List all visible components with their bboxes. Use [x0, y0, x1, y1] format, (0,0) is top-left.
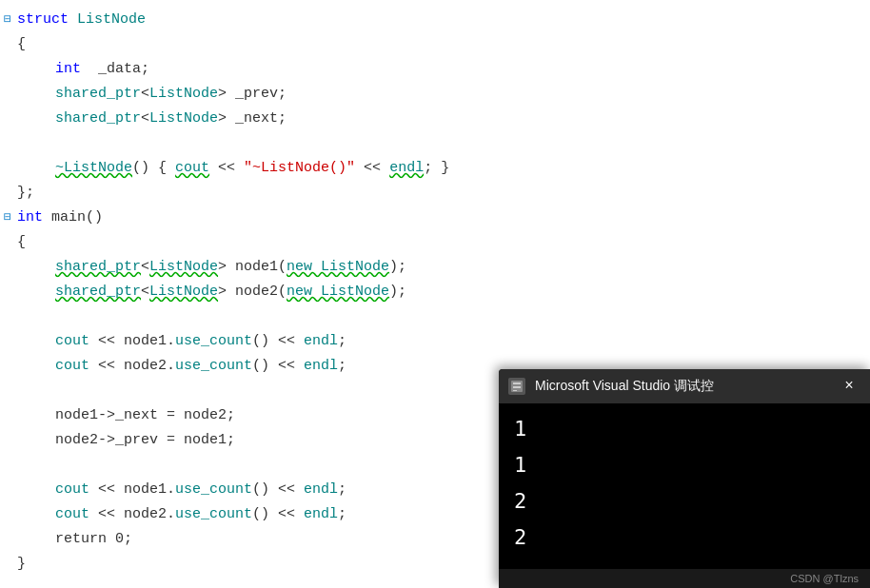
fold-gutter[interactable]: ⊟ [0, 8, 17, 32]
fold-gutter[interactable]: ⊟ [0, 206, 17, 230]
token: return 0; [55, 531, 132, 547]
token: ; [338, 481, 346, 498]
token: ; [338, 506, 346, 522]
token: ListNode [149, 110, 218, 127]
token: int [55, 61, 81, 77]
token: use_count [175, 481, 252, 498]
debug-footer: CSDN @Tlzns [499, 569, 870, 588]
debug-titlebar: Microsoft Visual Studio 调试控 × [499, 369, 870, 403]
output-line-2: 1 [514, 447, 855, 483]
svg-rect-1 [513, 382, 521, 384]
token: ); [389, 259, 406, 275]
code-line: { [0, 230, 870, 255]
token: cout [55, 506, 89, 522]
token: endl [304, 333, 338, 349]
line-content: shared_ptr<ListNode> node1(new ListNode)… [17, 255, 870, 280]
token: < [141, 259, 149, 275]
token: cout [55, 358, 89, 374]
code-line: ~ListNode() { cout << "~ListNode()" << e… [0, 156, 870, 181]
line-content: { [17, 230, 870, 255]
token: main() [43, 209, 103, 225]
token: { [17, 36, 26, 52]
code-line: ⊟struct ListNode [0, 8, 870, 32]
line-content: shared_ptr<ListNode> node2(new ListNode)… [17, 280, 870, 304]
debug-console: Microsoft Visual Studio 调试控 × 1 1 2 2 CS… [499, 369, 870, 588]
token: () << [252, 333, 304, 349]
token: > node2( [218, 284, 287, 300]
debug-icon [508, 378, 525, 395]
token: node2->_prev = node1; [55, 432, 235, 448]
token: endl [304, 358, 338, 374]
token: shared_ptr [55, 86, 141, 102]
line-content: { [17, 32, 870, 57]
code-line: }; [0, 181, 870, 206]
line-content: shared_ptr<ListNode> _next; [17, 107, 870, 131]
token: new ListNode [287, 284, 389, 300]
token: shared_ptr [55, 259, 141, 275]
token: > _prev; [218, 86, 287, 102]
code-line [0, 131, 870, 156]
debug-close-button[interactable]: × [838, 375, 860, 398]
token: << [355, 160, 389, 176]
token: shared_ptr [55, 110, 141, 127]
code-line: shared_ptr<ListNode> _next; [0, 107, 870, 131]
token: << node2. [89, 506, 175, 522]
token: ; [338, 358, 346, 374]
output-line-3: 2 [514, 483, 855, 519]
token: < [141, 86, 149, 102]
code-line: cout << node1.use_count() << endl; [0, 329, 870, 354]
token: ); [389, 284, 406, 300]
code-line: int _data; [0, 57, 870, 82]
token: _data; [81, 61, 149, 77]
line-content: int main() [17, 206, 870, 230]
token: endl [304, 506, 338, 522]
code-line: shared_ptr<ListNode> _prev; [0, 82, 870, 107]
line-content: shared_ptr<ListNode> _prev; [17, 82, 870, 107]
code-editor: ⊟struct ListNode{int _data;shared_ptr<Li… [0, 0, 870, 588]
token: node1->_next = node2; [55, 407, 235, 423]
token: int [17, 209, 43, 225]
token: () << [252, 358, 304, 374]
debug-output-area: 1 1 2 2 [499, 403, 870, 569]
token: ; } [424, 160, 449, 176]
token: < [141, 110, 149, 127]
code-line: ⊟int main() [0, 206, 870, 230]
token: << node1. [89, 333, 175, 349]
line-content: struct ListNode [17, 8, 870, 32]
token: << node1. [89, 481, 175, 498]
code-line: shared_ptr<ListNode> node2(new ListNode)… [0, 280, 870, 304]
line-content: }; [17, 181, 870, 206]
token: << [209, 160, 244, 176]
token: } [17, 556, 26, 572]
token: use_count [175, 333, 252, 349]
code-line: { [0, 32, 870, 57]
token: ListNode [77, 11, 146, 28]
token: shared_ptr [55, 284, 141, 300]
token: "~ListNode()" [244, 160, 355, 176]
token: cout [55, 481, 89, 498]
token: endl [304, 481, 338, 498]
token: < [141, 284, 149, 300]
token: << node2. [89, 358, 175, 374]
token: ; [338, 333, 346, 349]
token: ListNode [149, 284, 218, 300]
token: }; [17, 185, 34, 201]
code-line [0, 304, 870, 329]
token: use_count [175, 358, 252, 374]
token: () [132, 160, 149, 176]
token: cout [175, 160, 209, 176]
svg-rect-3 [513, 390, 517, 391]
token: ListNode [149, 259, 218, 275]
token: { [149, 160, 175, 176]
token: ~ListNode [55, 160, 132, 176]
token: endl [389, 160, 424, 176]
token: > _next; [218, 110, 287, 127]
token: use_count [175, 506, 252, 522]
token: ListNode [149, 86, 218, 102]
line-content: ~ListNode() { cout << "~ListNode()" << e… [17, 156, 870, 181]
token: () << [252, 481, 304, 498]
line-content: int _data; [17, 57, 870, 82]
token: new ListNode [287, 259, 389, 275]
token: { [17, 234, 26, 250]
token: > node1( [218, 259, 287, 275]
